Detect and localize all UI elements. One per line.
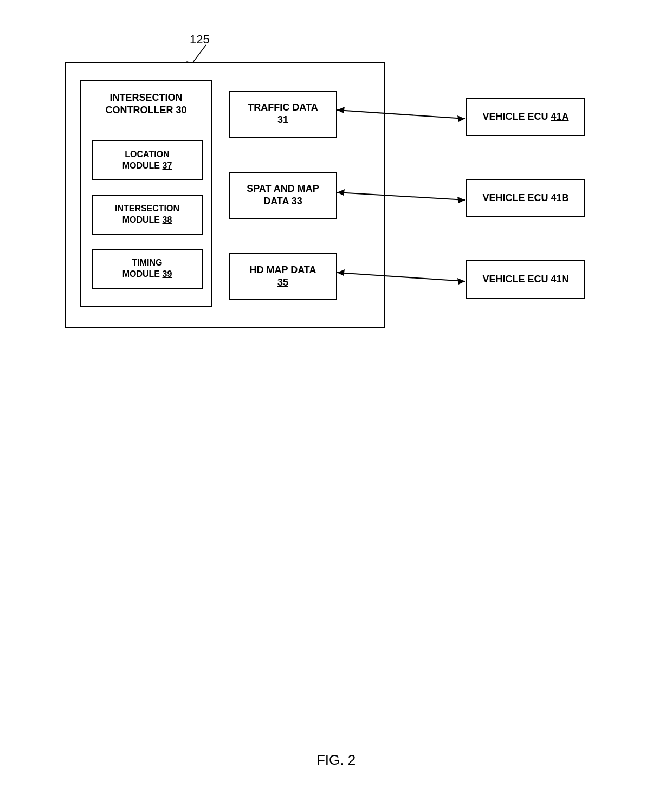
vehicle-n-number: 41N <box>551 274 569 285</box>
vehicle-box-n: VEHICLE ECU 41N <box>466 260 585 299</box>
vehicle-n-line1: VEHICLE ECU <box>482 274 548 285</box>
diagram-container: 125 INTERSECTION CONTROLLER 30 LOCATION … <box>33 33 639 336</box>
module-timing: TIMING MODULE 39 <box>92 249 203 289</box>
figure-label: FIG. 2 <box>0 752 672 768</box>
module-location-line1: LOCATION <box>125 150 169 159</box>
module-intersection: INTERSECTION MODULE 38 <box>92 195 203 235</box>
svg-marker-3 <box>457 115 465 122</box>
data-spat-number: 33 <box>292 196 302 206</box>
outer-box-125: INTERSECTION CONTROLLER 30 LOCATION MODU… <box>65 62 385 328</box>
module-location-number: 37 <box>162 161 172 170</box>
vehicle-b-number: 41B <box>551 192 569 203</box>
data-traffic-number: 31 <box>277 114 288 125</box>
module-timing-line1: TIMING <box>132 258 163 267</box>
data-hdmap-line1: HD MAP DATA <box>250 264 316 275</box>
controller-title-number: 30 <box>176 105 186 115</box>
module-timing-number: 39 <box>162 269 172 279</box>
svg-marker-9 <box>457 278 465 285</box>
module-location: LOCATION MODULE 37 <box>92 140 203 180</box>
vehicle-a-line1: VEHICLE ECU <box>482 111 548 122</box>
data-spat-line2: DATA <box>263 196 289 206</box>
controller-title-line2: CONTROLLER <box>105 105 173 115</box>
module-timing-line2: MODULE <box>122 269 160 279</box>
module-location-line2: MODULE <box>122 161 160 170</box>
module-intersection-line2: MODULE <box>122 215 160 224</box>
vehicle-a-number: 41A <box>551 111 569 122</box>
data-box-spat: SPAT AND MAP DATA 33 <box>229 172 337 219</box>
controller-title: INTERSECTION CONTROLLER 30 <box>81 92 211 117</box>
module-intersection-number: 38 <box>162 215 172 224</box>
data-traffic-line1: TRAFFIC DATA <box>248 102 318 113</box>
vehicle-box-b: VEHICLE ECU 41B <box>466 179 585 217</box>
module-intersection-line1: INTERSECTION <box>115 204 179 213</box>
vehicle-box-a: VEHICLE ECU 41A <box>466 98 585 136</box>
svg-marker-6 <box>457 197 465 203</box>
controller-title-line1: INTERSECTION <box>109 92 182 103</box>
data-box-traffic: TRAFFIC DATA 31 <box>229 91 337 138</box>
data-box-hdmap: HD MAP DATA 35 <box>229 253 337 300</box>
data-spat-line1: SPAT AND MAP <box>247 183 319 194</box>
vehicle-b-line1: VEHICLE ECU <box>482 192 548 203</box>
controller-box: INTERSECTION CONTROLLER 30 LOCATION MODU… <box>80 80 212 307</box>
data-hdmap-number: 35 <box>277 277 288 288</box>
